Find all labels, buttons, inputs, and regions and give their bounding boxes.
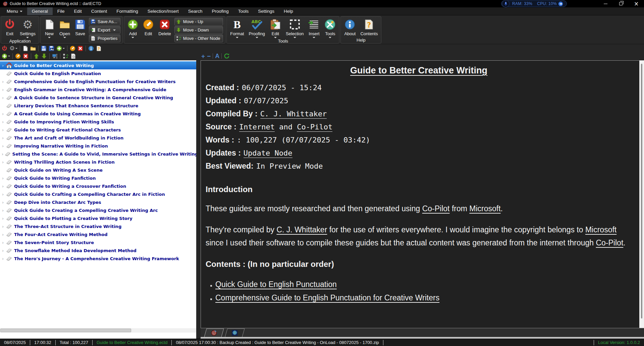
tree-item[interactable]: ›The Art and Craft of Worldbuilding in F… (0, 134, 196, 142)
tree-item[interactable]: ›Improving Narrative Writing in Fiction (0, 142, 196, 150)
save-as-icon[interactable]: As (48, 45, 55, 52)
expand-chevron-icon[interactable]: › (1, 143, 5, 149)
tree-item[interactable]: Quick Guide to English Punctuation (0, 69, 196, 77)
source-link-internet[interactable]: Internet (239, 123, 275, 132)
expand-chevron-icon[interactable]: › (1, 119, 5, 124)
zoom-in-icon[interactable]: + (201, 53, 205, 59)
copilot-link[interactable]: Co-Pilot (422, 204, 450, 213)
gear-icon[interactable]: ⚙ (9, 45, 18, 52)
contents-link-1[interactable]: Quick Guide to English Punctuation (215, 280, 337, 289)
tab-html[interactable] (225, 329, 245, 337)
tree-item[interactable]: ›The Three-Act Structure in Creative Wri… (0, 222, 196, 230)
expand-chevron-icon[interactable]: › (1, 95, 5, 100)
expand-chevron-icon[interactable]: › (1, 127, 5, 132)
menu-item-settings[interactable]: Settings (253, 7, 279, 15)
menu-item-search[interactable]: Search (183, 7, 207, 15)
edit-button[interactable]: Edit (141, 17, 156, 43)
about-icon[interactable] (88, 45, 94, 52)
pane-splitter[interactable] (196, 60, 201, 339)
scrollbar-thumb[interactable] (0, 329, 131, 332)
delete-icon[interactable] (77, 45, 84, 52)
tree-item[interactable]: ›The Snowflake Method Idea Development M… (0, 246, 196, 254)
font-icon[interactable]: A (215, 53, 219, 59)
properties-icon[interactable]: ⚙ (70, 53, 76, 59)
expand-chevron-icon[interactable]: › (1, 224, 5, 229)
expand-chevron-icon[interactable]: › (1, 79, 5, 84)
tree-item[interactable]: ›Guide to Better Creative Writing (0, 61, 196, 69)
move-up-button[interactable]: Move - Up (174, 18, 223, 25)
open-button[interactable]: Open (57, 17, 72, 43)
edit-icon[interactable] (15, 53, 21, 59)
add-icon[interactable] (1, 53, 10, 59)
expand-chevron-icon[interactable]: › (1, 240, 5, 245)
delete-icon[interactable] (22, 53, 29, 59)
expand-arrow-icon[interactable] (558, 1, 563, 6)
tree-item[interactable]: Quick Guide on Writing A Sex Scene (0, 166, 196, 174)
about-button[interactable]: About (342, 17, 358, 37)
maximize-icon[interactable] (613, 0, 629, 7)
tools-menu-button[interactable]: Tools (322, 17, 338, 38)
add-icon[interactable] (56, 45, 65, 52)
expand-chevron-icon[interactable]: › (1, 192, 5, 197)
new-file-icon[interactable] (22, 45, 29, 52)
refresh-icon[interactable] (224, 53, 230, 59)
contents-button[interactable]: ? Contents (358, 17, 380, 37)
move-up-icon[interactable] (33, 53, 40, 59)
menu-item-proofing[interactable]: Proofing (207, 7, 233, 15)
menu-item-content[interactable]: Content (87, 7, 112, 15)
tree-item[interactable]: Literary Devices That Enhance Sentence S… (0, 102, 196, 110)
tree-item[interactable]: ›English Grammar in Creative Writing: A … (0, 85, 196, 94)
delete-button[interactable]: Delete (156, 17, 173, 43)
help-icon[interactable]: ? (96, 45, 102, 52)
update-node-link[interactable]: Update Node (244, 149, 292, 158)
expand-chevron-icon[interactable]: › (1, 63, 5, 68)
microsoft-link[interactable]: Microsoft (585, 225, 616, 234)
tab-preview[interactable]: e (204, 329, 224, 337)
compiled-by-link[interactable]: C. J. Whittaker (260, 110, 327, 119)
proofing-button[interactable]: ABC Proofing (247, 17, 267, 38)
minimize-icon[interactable] (598, 0, 613, 7)
export-button[interactable]: Export (89, 26, 120, 34)
menu-item-menu[interactable]: Menu (2, 7, 27, 15)
close-icon[interactable]: × (629, 0, 644, 7)
expand-chevron-icon[interactable]: › (1, 176, 5, 181)
tree-item[interactable]: ›The Hero's Journey - A Comprehensive Cr… (0, 254, 196, 263)
expand-chevron-icon[interactable]: › (1, 87, 5, 92)
menu-item-file[interactable]: File (53, 7, 69, 15)
settings-button[interactable]: ⚙ Settings (18, 17, 38, 38)
new-button[interactable]: New (42, 17, 57, 43)
tree-item[interactable]: ›A Great Guide to Using Commas in Creati… (0, 110, 196, 118)
format-button[interactable]: B Format (228, 17, 246, 38)
tree-item[interactable]: ›Quick Guide to Creating a Compelling Cr… (0, 206, 196, 214)
whittaker-link[interactable]: C. J. Whittaker (276, 225, 327, 234)
insert-button[interactable]: Insert (306, 17, 322, 38)
scrollbar-thumb[interactable] (641, 64, 642, 319)
menu-item-tools[interactable]: Tools (233, 7, 254, 15)
expand-chevron-icon[interactable]: › (1, 232, 5, 237)
tools-edit-button[interactable]: Edit (268, 17, 283, 38)
move-down-icon[interactable] (41, 53, 47, 59)
expand-chevron-icon[interactable]: › (1, 152, 4, 157)
properties-button[interactable]: ⚙ Properties (89, 35, 120, 42)
save-icon[interactable] (41, 45, 47, 52)
exit-button[interactable]: Exit (2, 17, 17, 38)
tree-item[interactable]: ›Setting the Scene: A Guide to Vivid, Im… (0, 150, 196, 158)
tree-item[interactable]: ›The Four-Act Creative Writing Method (0, 230, 196, 238)
expand-chevron-icon[interactable]: › (1, 208, 5, 213)
tree-item[interactable]: ›Quick Guide to Writing Fanfiction (0, 174, 196, 182)
tree-item[interactable]: ›Quick Guide to Crafting a Compelling Ch… (0, 190, 196, 198)
contents-link-2[interactable]: Comprehensive Guide to English Punctuati… (215, 293, 439, 302)
tree-item[interactable]: ›A Quick Guide to Sentence Structure in … (0, 94, 196, 102)
move-node-icon[interactable] (62, 53, 69, 59)
selection-button[interactable]: Selection (284, 17, 306, 38)
expand-chevron-icon[interactable]: › (1, 256, 5, 261)
tree-item[interactable]: ›The Seven-Point Story Structure (0, 238, 196, 246)
move-down-button[interactable]: Move - Down (174, 26, 223, 34)
add-button[interactable]: Add (125, 17, 140, 43)
microsoft-link[interactable]: Microsoft (469, 204, 500, 213)
menu-item-general[interactable]: General (27, 7, 53, 15)
move-other-node-button[interactable]: Move - Other Node (174, 35, 223, 42)
source-link-copilot[interactable]: Co-Pilot (297, 123, 332, 132)
tree-item[interactable]: ›Deep Dive into Character Arc Types (0, 198, 196, 206)
menu-item-selection-insert[interactable]: Selection/Insert (143, 7, 183, 15)
